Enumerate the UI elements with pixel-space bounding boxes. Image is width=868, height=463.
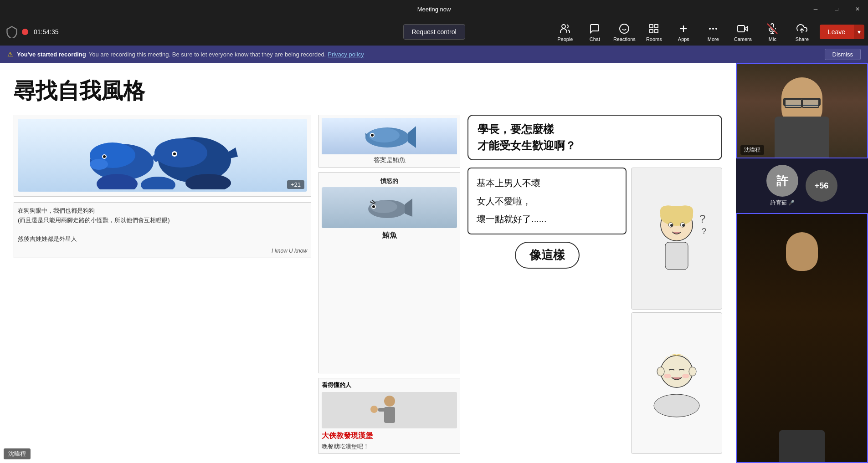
second-speaker-tile <box>736 213 868 463</box>
share-button[interactable]: Share <box>787 18 817 46</box>
speech-bubble-1: 學長，要怎麼樣 才能受女生歡迎啊？ <box>467 115 722 160</box>
slide-title: 尋找自我風格 <box>14 76 722 106</box>
svg-point-54 <box>664 374 671 378</box>
camera-button[interactable]: Camera <box>728 18 758 46</box>
more-icon <box>707 22 719 35</box>
dog-text-1: 在狗狗眼中，我們也都是狗狗 <box>18 207 95 214</box>
meeting-title: Meeting now <box>417 6 451 13</box>
toolbar-center: Request control <box>403 24 465 40</box>
people-icon <box>559 22 571 35</box>
toolbar: 01:54:35 Request control People Chat Rea… <box>0 18 868 46</box>
svg-point-26 <box>173 153 176 155</box>
dismiss-button[interactable]: Dismiss <box>825 49 861 60</box>
avatar-col-1: 許 許育茹 🎤 <box>766 165 798 207</box>
share-icon <box>796 22 808 35</box>
manga-drawing-2 <box>631 312 722 454</box>
close-button[interactable]: ✕ <box>847 0 868 18</box>
participants-row: 許 許育茹 🎤 +56 <box>736 158 868 213</box>
svg-point-46 <box>670 224 673 227</box>
oval-bubble-container: 像這樣 <box>467 242 627 272</box>
svg-point-51 <box>661 356 693 387</box>
minimize-button[interactable]: ─ <box>805 0 826 18</box>
rooms-icon <box>647 22 660 35</box>
svg-point-20 <box>90 159 108 170</box>
dog-text: 在狗狗眼中，我們也都是狗狗 (而且還是只能用兩腳走路的小怪獸，所以他們會互相瞪眼… <box>18 206 307 244</box>
rooms-button[interactable]: Rooms <box>639 18 669 46</box>
people-label: People <box>557 36 573 42</box>
avatar-char: 許 <box>776 173 788 189</box>
slide-content: 尋找自我風格 <box>0 63 736 463</box>
svg-rect-13 <box>738 25 745 32</box>
person-silhouette-1 <box>737 64 867 158</box>
presentation-area: 尋找自我風格 <box>0 63 736 463</box>
camera-label: Camera <box>734 36 752 42</box>
manga-image <box>322 392 457 428</box>
manga-red-text-2: 晚餐就吃漢堡吧！ <box>322 443 457 451</box>
toolbar-left: 01:54:35 <box>5 25 59 38</box>
glasses <box>783 98 821 106</box>
dialogue-box-1: 基本上男人不壞 女人不愛啦， 壞一點就好了...... <box>467 168 627 234</box>
rooms-label: Rooms <box>646 36 662 42</box>
apps-button[interactable]: Apps <box>669 18 699 46</box>
banner-bold-text: You've started recording <box>17 51 86 58</box>
leave-chevron-button[interactable]: ▾ <box>853 25 864 39</box>
maximize-button[interactable]: □ <box>826 0 847 18</box>
slide-right-column: 學長，要怎麼樣 才能受女生歡迎啊？ 基本上男人不壞 女人不愛啦， 壞一點就好了.… <box>467 115 722 454</box>
svg-point-52 <box>657 367 664 376</box>
request-control-button[interactable]: Request control <box>403 24 465 40</box>
active-speaker-tile: 沈暐程 <box>736 63 868 158</box>
title-bar: Meeting now ─ □ ✕ <box>0 0 868 18</box>
reactions-icon <box>618 22 631 35</box>
tuna-answer-label: 答案是鮪魚 <box>322 156 457 164</box>
svg-point-24 <box>154 138 207 168</box>
manga-drawings: ? ? <box>631 168 722 454</box>
angry-fish-box: 憤怒的 <box>318 172 460 373</box>
svg-text:?: ? <box>702 227 706 236</box>
warning-icon: ⚠ <box>7 51 13 58</box>
leave-button[interactable]: Leave <box>820 25 853 39</box>
manga-title: 看得懂的人 <box>322 381 457 389</box>
plus-count: +21 <box>287 180 304 189</box>
svg-point-53 <box>689 367 696 376</box>
dog-text-box: 在狗狗眼中，我們也都是狗狗 (而且還是只能用兩腳走路的小怪獸，所以他們會互相瞪眼… <box>14 202 311 258</box>
dog-text-4: I know U know <box>18 248 307 254</box>
manga-drawing-1: ? ? <box>631 168 722 310</box>
avatar-name-text: 許育茹 <box>770 199 787 207</box>
svg-rect-5 <box>655 25 658 28</box>
sidebar: 沈暐程 許 許育茹 🎤 +56 <box>736 63 868 463</box>
camera-icon <box>736 22 749 35</box>
reactions-button[interactable]: Reactions <box>610 18 639 46</box>
more-button[interactable]: More <box>699 18 728 46</box>
tuna-answer-box: 答案是鮪魚 <box>318 115 460 168</box>
toolbar-right: People Chat Reactions Rooms Apps <box>550 18 868 46</box>
svg-point-33 <box>371 134 374 137</box>
main-content: 尋找自我風格 <box>0 63 868 463</box>
more-label: More <box>708 36 719 42</box>
participant-video-2 <box>737 214 867 462</box>
fish-image <box>322 118 457 154</box>
body-shape <box>775 117 829 158</box>
whale-image-box: +21 <box>14 115 311 197</box>
avatar-name-1: 許育茹 🎤 <box>770 199 795 207</box>
chat-button[interactable]: Chat <box>580 18 610 46</box>
participant-video-1 <box>737 64 867 158</box>
people-button[interactable]: People <box>550 18 580 46</box>
svg-point-22 <box>103 155 106 158</box>
svg-point-1 <box>620 24 629 33</box>
tuna-label: 鮪魚 <box>322 231 457 240</box>
svg-rect-6 <box>650 30 653 33</box>
svg-rect-40 <box>378 408 388 412</box>
window-controls: ─ □ ✕ <box>805 0 868 18</box>
privacy-policy-link[interactable]: Privacy policy <box>328 51 364 58</box>
svg-point-56 <box>654 394 699 417</box>
svg-point-0 <box>562 25 565 28</box>
mic-button[interactable]: Mic <box>758 18 787 46</box>
angry-fish-label: 憤怒的 <box>322 175 457 187</box>
dialogue-left: 基本上男人不壞 女人不愛啦， 壞一點就好了...... 像這樣 <box>467 168 627 454</box>
manga-red-text-1: 大俠教發現漢堡 <box>322 431 457 441</box>
svg-point-10 <box>709 28 711 30</box>
svg-point-41 <box>370 406 378 413</box>
mic-icon <box>766 22 779 35</box>
dog-text-3: 然後吉娃娃都是外星人 <box>18 235 77 242</box>
share-label: Share <box>796 36 809 42</box>
